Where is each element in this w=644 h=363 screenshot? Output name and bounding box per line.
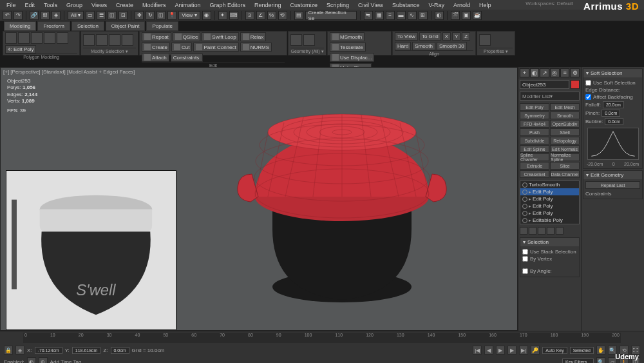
mod-normalizespline[interactable]: Normalize Spline (550, 153, 580, 161)
layers-icon[interactable]: ≡ (386, 11, 395, 20)
object-color-swatch[interactable] (571, 80, 580, 89)
render-frame-icon[interactable]: ▣ (462, 11, 471, 20)
edge-icon[interactable] (31, 32, 43, 44)
shrink-icon[interactable] (96, 34, 108, 46)
display-tab-icon[interactable]: ≡ (560, 68, 570, 77)
play-icon[interactable]: ▶ (496, 346, 505, 355)
mod-ffd[interactable]: FFD 4x4x4 (520, 120, 549, 128)
addtag-label[interactable]: Add Time Tag (50, 359, 82, 364)
tessellate-button[interactable]: Tessellate (330, 43, 366, 52)
material-editor-icon[interactable]: ◐ (435, 11, 444, 20)
edit-poly-dropdown[interactable]: 4: Edit Poly (5, 45, 36, 54)
bind-icon[interactable]: ◈ (52, 11, 61, 20)
cut-button[interactable]: Cut (171, 43, 192, 52)
schematic-icon[interactable]: ⊞ (419, 11, 428, 20)
addtime-icon[interactable]: ⊕ (39, 357, 48, 363)
unlink-icon[interactable]: ⛓ (41, 11, 50, 20)
show-end-icon[interactable] (529, 227, 536, 235)
y-field[interactable]: 118.618cm (72, 347, 101, 354)
loop-icon[interactable] (109, 34, 120, 46)
percent-snap-icon[interactable]: % (267, 11, 276, 20)
face-icon[interactable] (57, 32, 68, 44)
border-icon[interactable] (44, 32, 55, 44)
mod-editspline[interactable]: Edit Spline (520, 145, 549, 153)
z-field[interactable]: 0.0cm (111, 347, 129, 354)
repeat-button[interactable]: Repeat (142, 32, 171, 41)
tab-freeform[interactable]: Freeform (37, 21, 70, 31)
named-selection-combo[interactable]: Create Selection Se (305, 11, 357, 20)
hard-button[interactable]: Hard (395, 42, 411, 50)
y-button[interactable]: Y (452, 32, 460, 41)
pivot-icon[interactable]: ◉ (202, 11, 211, 20)
modifier-list-dropdown[interactable]: Modifier List ▾ (520, 92, 580, 101)
remove-mod-icon[interactable] (547, 227, 554, 235)
use-stack-checkbox[interactable] (522, 249, 528, 255)
mod-editmesh[interactable]: Edit Mesh (550, 103, 580, 111)
paintconnect-button[interactable]: Paint Connect (193, 43, 238, 52)
select-region-icon[interactable]: ◫ (108, 11, 117, 20)
vert-icon[interactable] (18, 32, 30, 44)
render-icon[interactable]: ☕ (473, 11, 482, 20)
prop-icon[interactable] (479, 34, 491, 46)
menu-scripting[interactable]: Scripting (323, 1, 353, 9)
tab-selection[interactable]: Selection (71, 21, 104, 31)
mod-smooth[interactable]: Smooth (550, 112, 580, 119)
motion-tab-icon[interactable]: ◎ (550, 68, 560, 77)
rollout-header[interactable]: ▾ Edit Geometry (583, 171, 642, 179)
menu-group[interactable]: Group (62, 1, 86, 9)
nurms-button[interactable]: NURMS (240, 43, 272, 52)
msmooth-button[interactable]: MSmooth (330, 32, 365, 41)
select-name-icon[interactable]: ☰ (97, 11, 106, 20)
viewport[interactable]: [+] [Perspective] [Standard] [Model Assi… (0, 67, 518, 331)
mod-push[interactable]: Push (520, 128, 549, 136)
smooth-button[interactable]: Smooth (412, 42, 435, 50)
curve-editor-icon[interactable]: ∿ (408, 11, 417, 20)
next-frame-icon[interactable]: ▶ (507, 346, 516, 355)
geom-icon[interactable] (290, 34, 302, 46)
prev-frame-icon[interactable]: ◀ (484, 346, 493, 355)
unique-icon[interactable] (538, 227, 545, 235)
named-selection-icon[interactable]: ▤ (294, 11, 303, 20)
mod-extrude[interactable]: Extrude (520, 162, 549, 170)
menu-customize[interactable]: Customize (287, 1, 322, 9)
select-icon[interactable]: ▭ (86, 11, 95, 20)
isolate-icon[interactable]: ◈ (15, 346, 24, 355)
mod-editnormals[interactable]: Edit Normals (550, 145, 580, 153)
undo-icon[interactable]: ↶ (3, 11, 12, 20)
mod-retopology[interactable]: Retopology (550, 137, 580, 144)
grow-icon[interactable] (83, 34, 95, 46)
keyboard-icon[interactable]: ⌨ (229, 11, 238, 20)
enabled-toggle[interactable]: ◐ (27, 357, 36, 363)
stack-editablepoly[interactable]: ▸Editable Poly (520, 217, 579, 224)
smooth30-button[interactable]: Smooth 30 (437, 42, 467, 50)
pin-stack-icon[interactable] (520, 227, 527, 235)
viewport-label[interactable]: [+] [Perspective] [Standard] [Model Assi… (3, 69, 135, 75)
config-icon[interactable] (556, 227, 564, 235)
spinner-snap-icon[interactable]: ⟲ (278, 11, 287, 20)
workspace-selector[interactable]: Workspaces: Default (526, 1, 573, 6)
menu-civilview[interactable]: Civil View (354, 1, 387, 9)
keyfilters-button[interactable]: Key Filters... (562, 358, 594, 364)
stack-turbosmooth[interactable]: TurboSmooth (520, 181, 579, 188)
menu-tools[interactable]: Tools (40, 1, 61, 9)
rotate-icon[interactable]: ↻ (146, 11, 155, 20)
goto-end-icon[interactable]: ▶| (519, 346, 528, 355)
mod-slice[interactable]: Slice (550, 162, 580, 170)
menu-vray[interactable]: V-Ray (424, 1, 448, 9)
x-field[interactable]: -70.124cm (35, 347, 62, 354)
mod-datachannel[interactable]: Data Channel (550, 170, 580, 178)
scale-icon[interactable]: ◫ (156, 11, 166, 20)
autokey-button[interactable]: Auto Key (542, 347, 567, 354)
use-soft-checkbox[interactable] (585, 80, 591, 86)
swiftloop-button[interactable]: Swift Loop (202, 32, 238, 41)
tab-populate[interactable]: Populate (146, 21, 178, 31)
nav-zoom2-icon[interactable]: 🔍 (596, 357, 605, 363)
mod-subdivide[interactable]: Subdivide (520, 137, 549, 144)
create-button[interactable]: Create (142, 43, 170, 52)
mod-splinechamfer[interactable]: Spline Chamfer (520, 153, 549, 161)
ref-coord[interactable]: View ▾ (178, 11, 200, 20)
tab-modeling[interactable]: Modeling (4, 21, 36, 31)
lock-icon[interactable]: 🔒 (4, 346, 13, 355)
x-button[interactable]: X (442, 32, 451, 41)
ribbon-toggle-icon[interactable]: ▬ (397, 11, 406, 20)
